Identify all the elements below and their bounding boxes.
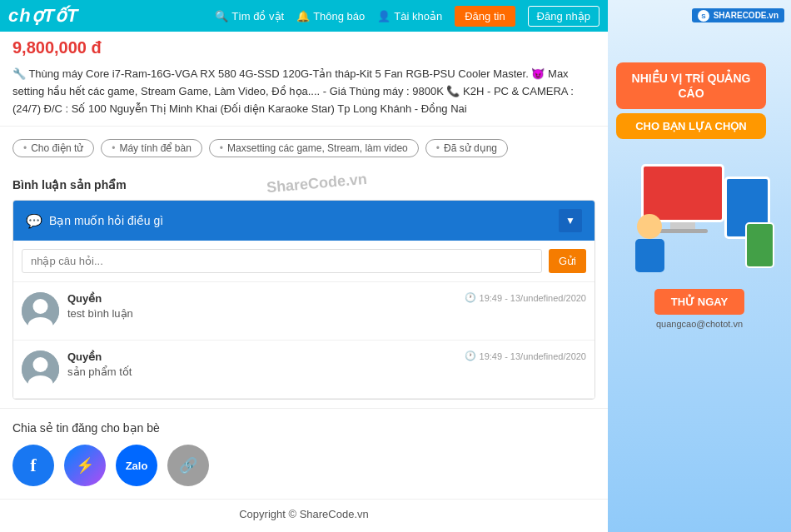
comment-text: sản phẩm tốt: [67, 365, 586, 378]
clock-icon: 🕐: [465, 351, 476, 361]
zalo-share-button[interactable]: Zalo: [116, 445, 157, 486]
tag-used[interactable]: Đã sử dụng: [425, 139, 508, 157]
comment-list: Quyền 🕐 19:49 - 13/undefined/2020 test b…: [13, 282, 594, 399]
comment-box: 💬 Bạn muốn hỏi điều gì ▼ Gửi: [12, 200, 595, 400]
comment-time: 🕐 19:49 - 13/undefined/2020: [465, 292, 586, 303]
comment-input[interactable]: [22, 249, 542, 273]
description-text: 🔧 Thùng máy Core i7-Ram-16G-VGA RX 580 4…: [12, 67, 574, 115]
facebook-share-button[interactable]: f: [12, 445, 54, 486]
ad-subline: CHO BẠN LỰA CHỌN: [616, 113, 766, 139]
ad-logo: S SHARECODE.vn: [692, 7, 784, 22]
login-button[interactable]: Đăng nhập: [528, 6, 599, 27]
post-button[interactable]: Đăng tin: [455, 6, 515, 27]
person-icon: 👤: [377, 10, 391, 22]
share-section: Chia sẻ tin đăng cho bạn bè f ⚡ Zalo 🔗: [0, 408, 608, 499]
svg-text:S: S: [701, 12, 706, 20]
clock-icon: 🕐: [465, 292, 476, 303]
comments-section: Bình luận sản phẩm 💬 Bạn muốn hỏi điều g…: [0, 170, 608, 408]
ad-try-button[interactable]: THỬ NGAY: [654, 289, 744, 315]
top-bar: chợTốT 🔍 Tìm đồ vật 🔔 Thông báo 👤 Tài kh…: [0, 0, 608, 32]
dropdown-button[interactable]: ▼: [559, 209, 582, 232]
comment-text: test bình luận: [67, 307, 586, 320]
comment-body: Quyền 🕐 19:49 - 13/undefined/2020 test b…: [67, 292, 586, 330]
comment-time: 🕐 19:49 - 13/undefined/2020: [465, 351, 586, 361]
send-button[interactable]: Gửi: [549, 249, 586, 273]
comment-header-text: Bạn muốn hỏi điều gì: [49, 214, 163, 227]
comment-input-row: Gửi: [13, 241, 594, 282]
tag-gaming[interactable]: Maxsetting các game, Stream, làm video: [209, 139, 419, 157]
price: 9,800,000 đ: [12, 38, 102, 57]
tags-section: Cho điện tử Máy tính để bàn Maxsetting c…: [0, 127, 608, 170]
avatar: [22, 351, 59, 388]
tag-desktop[interactable]: Máy tính để bàn: [101, 139, 202, 157]
svg-point-4: [33, 357, 48, 372]
tag-electronics[interactable]: Cho điện tử: [12, 139, 94, 157]
link-icon: 🔗: [179, 456, 197, 475]
chat-icon: 💬: [26, 213, 42, 229]
product-description: 🔧 Thùng máy Core i7-Ram-16G-VGA RX 580 4…: [0, 62, 608, 127]
svg-point-1: [33, 299, 48, 314]
comment-item: Quyền 🕐 19:49 - 13/undefined/2020 sản ph…: [13, 341, 594, 399]
comments-title: Bình luận sản phẩm: [12, 178, 595, 191]
share-title: Chia sẻ tin đăng cho bạn bè: [12, 421, 595, 435]
ad-logo-badge: S SHARECODE.vn: [692, 8, 784, 22]
share-buttons: f ⚡ Zalo 🔗: [12, 445, 595, 486]
comment-item: Quyền 🕐 19:49 - 13/undefined/2020 test b…: [13, 282, 594, 341]
search-icon: 🔍: [215, 10, 228, 22]
ad-illustration: [624, 156, 774, 281]
comment-header: 💬 Bạn muốn hỏi điều gì ▼: [13, 201, 594, 241]
ad-headline: NHIỀU VỊ TRÍ QUẢNG CÁO: [616, 62, 766, 109]
comment-body: Quyền 🕐 19:49 - 13/undefined/2020 sản ph…: [67, 351, 586, 388]
sidebar-ad: S SHARECODE.vn NHIỀU VỊ TRÍ QUẢNG CÁO CH…: [608, 0, 791, 532]
logo[interactable]: chợTốT: [8, 5, 79, 27]
price-section: 9,800,000 đ: [0, 32, 608, 62]
character-icon: [629, 214, 670, 281]
comment-username: Quyền: [67, 292, 102, 305]
ad-website: quangcao@chotot.vn: [656, 319, 743, 329]
facebook-icon: f: [30, 455, 36, 476]
ad-content: NHIỀU VỊ TRÍ QUẢNG CÁO CHO BẠN LỰA CHỌN: [616, 37, 783, 139]
copy-link-button[interactable]: 🔗: [167, 445, 209, 486]
avatar: [22, 292, 59, 330]
zalo-icon: Zalo: [126, 460, 148, 472]
comment-username: Quyền: [67, 351, 102, 363]
nav-notification[interactable]: 🔔 Thông báo: [296, 6, 365, 27]
bell-icon: 🔔: [296, 10, 310, 22]
nav-account[interactable]: 👤 Tài khoản: [377, 6, 442, 27]
footer-text: Copyright © ShareCode.vn: [239, 508, 369, 520]
footer: Copyright © ShareCode.vn: [0, 499, 608, 529]
messenger-share-button[interactable]: ⚡: [64, 445, 106, 486]
messenger-icon: ⚡: [76, 456, 94, 475]
nav-search[interactable]: 🔍 Tìm đồ vật: [215, 6, 284, 27]
